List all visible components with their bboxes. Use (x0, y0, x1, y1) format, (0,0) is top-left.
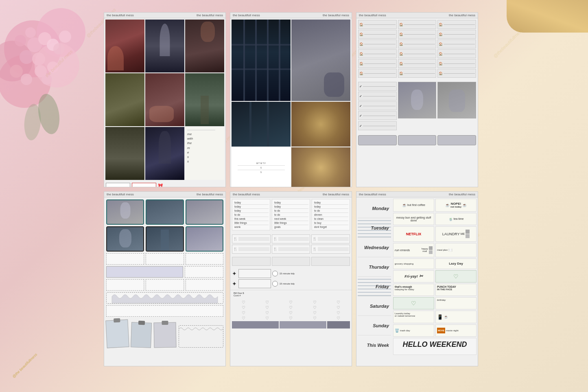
circle-btn-2 (272, 281, 278, 287)
asterisk-box-2 (238, 279, 271, 288)
photo-shadow-hands (291, 20, 350, 101)
list-column-sticker: M T W T F S S (232, 147, 291, 187)
panel-horror-photos: the beautifull mess the beautiful mess (104, 12, 226, 187)
small-boxes-grid (230, 255, 352, 267)
x-col-1: ✓ ✓ ✓ ✓ (358, 82, 397, 120)
panel-1-brand-left: the beautifull mess (107, 13, 134, 17)
checklist-item: 🏠 (437, 20, 476, 29)
checklist-item: 🏠 (437, 30, 476, 39)
heart-7: ♡ (256, 305, 278, 310)
scallop-sticker-1 (358, 135, 397, 145)
panel-2-brand-right: the beautiful mess (323, 13, 349, 17)
checklist-col-1: 🏠 🏠 🏠 🏠 🏠 🏠 (358, 20, 397, 78)
list-item-goals: goals (273, 225, 308, 229)
checklist-item: 🏠 (398, 30, 437, 39)
panel-5-header: the beautifull mess the beautiful mess (230, 192, 352, 197)
heart-13: ♡ (280, 311, 302, 315)
checklist-item: 🏠 (437, 69, 476, 78)
heart-1: ♡ (232, 300, 255, 304)
photo-ghost-hallway (145, 20, 184, 72)
list-item-todo-4: to do (313, 209, 348, 213)
list-col-2: today today to do to do next week little… (272, 199, 310, 230)
ghost-sticker-2 (106, 226, 144, 252)
blank-sticker-1 (106, 253, 144, 265)
heart-14: ♡ (303, 311, 326, 315)
scallop-blank-2 (179, 325, 223, 348)
asterisk-symbol-1: ✦ (232, 270, 237, 277)
list-item-today-1: today (234, 201, 269, 205)
heart-5: ♡ (327, 300, 350, 304)
scallop-blank-sticker (106, 292, 223, 304)
checklist-item: 🏠 (358, 39, 397, 48)
paper-sticker-3 (153, 322, 176, 348)
coffee-sticker: ☕ but first coffee (393, 199, 434, 212)
blank-label-1 (106, 183, 130, 187)
checklist-item: 🏠 (437, 49, 476, 58)
red-label-box (132, 183, 156, 187)
hands-sticker-2 (186, 226, 223, 252)
photo-ghost-hair (185, 20, 224, 72)
banner-1 (232, 321, 279, 328)
laundry-naked-sticker: Laundry today or naked tomorrow (393, 311, 434, 323)
list-item-today-2: today (234, 205, 269, 209)
panel-5-brand-right: the beautiful mess (323, 193, 349, 196)
blank-sticker-7 (186, 279, 223, 291)
nope-sticker: ☕ NOPE!not today ☕ (435, 199, 477, 212)
conf-text: Cont # (234, 294, 348, 297)
asterisk-symbol-2: ✦ (232, 280, 237, 287)
cutlery-sticker-4: 🍴 (232, 245, 271, 254)
grocery-sticker: grocery shopping (393, 258, 434, 269)
list-item-toclean: to clean (313, 217, 348, 221)
bow-decoration: 🎀 (158, 183, 163, 187)
heart-sticker-1: ♡ (435, 270, 477, 283)
panel-checklist-stickers: the beautifull mess the beautiful mess 🏠… (356, 12, 478, 187)
asterisk-row-2: ✦ (232, 279, 271, 288)
panel-2-grid: M T W T F S S (230, 18, 352, 187)
paper-sticker-2 (131, 322, 152, 348)
ghost-photo-box-1 (398, 82, 437, 118)
panel-3-brand-right: the beautiful mess (449, 13, 475, 17)
x-checklist-item: ✓ (358, 101, 397, 110)
checklist-item: 🏠 (398, 69, 437, 78)
panel-3-x-grid: ✓ ✓ ✓ ✓ ✓ (356, 80, 478, 132)
small-box-2 (272, 257, 310, 266)
circle-btn-1 (272, 271, 278, 276)
movie-night-sticker: MOVIE movie night (435, 324, 477, 337)
photo-dark-figure (145, 127, 184, 180)
x-checklist-item: ✓ (358, 121, 397, 130)
heart-19: ♡ (303, 316, 326, 320)
run-errands-sticker: run errands happymail (393, 243, 434, 258)
panel-2-header: the beautifull mess the beautiful mess (230, 13, 352, 18)
checklist-item: 🏠 (437, 59, 476, 68)
list-item-dinner: dinnen (313, 213, 348, 217)
cutlery-stickers-grid: 🍴 🍴 🍴 🍴 🍴 🍴 (230, 233, 352, 255)
scallop-sticker-3 (437, 135, 476, 145)
checklist-item: 🏠 (358, 20, 397, 29)
photo-hands-horror (145, 73, 184, 126)
photo-iron-gate-large (232, 20, 291, 101)
list-item-today-6: today (313, 201, 348, 205)
list-item-dontforget: dont forget (313, 225, 348, 229)
day-saturday: Saturday (358, 296, 391, 316)
panel-4-content (104, 197, 225, 350)
list-item-thisweek: this week (234, 217, 269, 221)
heart-8: ♡ (280, 305, 302, 310)
photo-glitter1 (291, 102, 350, 147)
hearts-grid: ♡ ♡ ♡ ♡ ♡ ♡ ♡ ♡ ♡ ♡ ♡ ♡ ♡ ♡ ♡ ♡ ♡ ♡ ♡ ♡ (230, 298, 352, 330)
x-checklist-item: ✓ (358, 92, 397, 101)
banner-3 (327, 321, 350, 328)
days-column: Monday Tuesday Wednesday Thursday Friday… (358, 199, 391, 355)
list-item-wonk: wonk (234, 225, 269, 229)
asterisk-section: ✦ 15 minute tidy ✦ 15 minute tidy (230, 267, 352, 290)
panel-6-content: Monday Tuesday Wednesday Thursday Friday… (356, 197, 478, 356)
gate-sticker-2 (146, 226, 184, 252)
panel-4-brand-right: the beautiful mess (197, 193, 223, 196)
trash-day-sticker: 🗑️ trash day (393, 324, 434, 337)
panel-list-stickers: the beautifull mess the beautiful mess t… (230, 191, 352, 366)
heart-10: ♡ (327, 305, 350, 310)
paper-stickers-row (106, 318, 223, 348)
x-checklist-item: ✓ (358, 82, 397, 91)
minute-tidy-2: 15 minute tidy (272, 279, 350, 288)
panel-4-brand-left: the beautifull mess (107, 193, 134, 196)
hello-weekend-sticker: HELLO WEEKEND (393, 338, 477, 355)
